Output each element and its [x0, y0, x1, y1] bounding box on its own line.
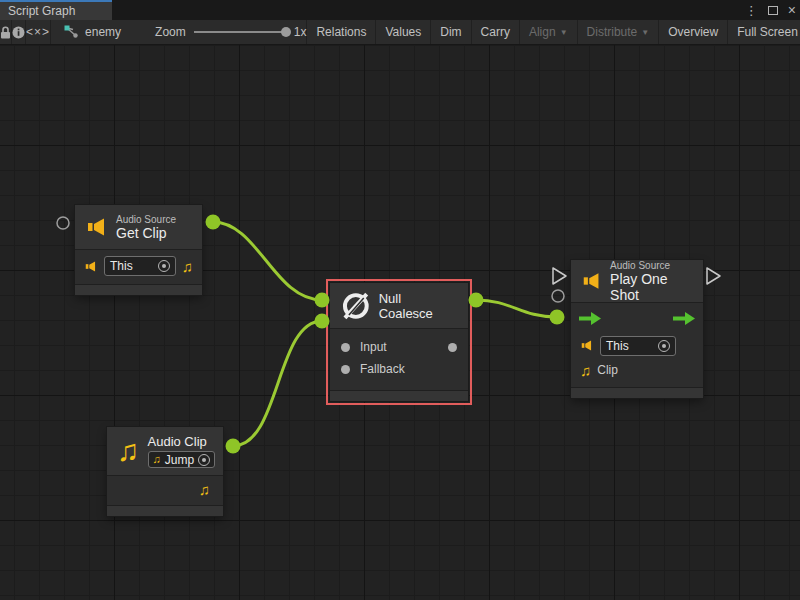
node-category: Audio Source [610, 260, 693, 271]
graph-icon [64, 25, 79, 39]
graph-toolbar: <×> enemy Zoom 1x Relations Values Dim C… [0, 20, 800, 45]
wire-getclip-to-input[interactable] [213, 222, 322, 300]
node-null-coalesce[interactable]: Null Coalesce Input Fallback [330, 283, 468, 401]
toolbar-button-relations[interactable]: Relations [307, 20, 376, 44]
fallback-label: Fallback [360, 362, 405, 376]
node-title: Audio Clip [148, 434, 216, 449]
zoom-label: Zoom [155, 25, 186, 39]
node-title: Play One Shot [610, 271, 693, 303]
audio-clip-port-icon[interactable]: ♫ [199, 482, 210, 497]
null-coalesce-icon [340, 290, 372, 322]
flow-row [571, 303, 703, 334]
connected-port-dot[interactable] [550, 310, 565, 325]
info-icon [12, 26, 25, 39]
node-get-clip[interactable]: Audio Source Get Clip This ♫ [75, 205, 202, 295]
graph-info-segment: enemy Zoom 1x [51, 20, 307, 44]
node-footer [330, 390, 468, 401]
output-row: ♫ [107, 476, 223, 503]
audio-source-mini-icon [580, 339, 594, 352]
toolbar-button-carry[interactable]: Carry [472, 20, 520, 44]
chevron-down-icon: ▼ [560, 28, 568, 37]
toolbar-button-overview[interactable]: Overview [659, 20, 728, 44]
zoom-slider-thumb[interactable] [281, 27, 291, 37]
wire-audioclip-to-fallback[interactable] [233, 321, 322, 446]
more-menu-icon[interactable]: ⋮ [745, 4, 758, 17]
clip-label: Clip [597, 363, 618, 377]
audio-source-mini-icon [84, 260, 98, 273]
unconnected-value-port[interactable] [552, 290, 564, 302]
zoom-control: Zoom 1x [155, 25, 306, 39]
audio-clip-object-field[interactable]: ♫ Jump [148, 451, 216, 468]
node-footer [107, 505, 223, 516]
node-footer [75, 284, 202, 295]
tab-script-graph[interactable]: Script Graph [0, 0, 112, 20]
node-title: Null Coalesce [379, 291, 458, 321]
node-category: Audio Source [116, 214, 176, 225]
node-play-one-shot[interactable]: Audio Source Play One Shot [571, 260, 703, 398]
toolbar-button-distribute[interactable]: Distribute ▼ [578, 20, 660, 44]
flow-out-arrow-icon[interactable] [673, 312, 695, 325]
script-graph-window: Script Graph ⋮ × <×> [0, 0, 800, 600]
connected-port-dot[interactable] [206, 215, 221, 230]
port-row-this: This ♫ [75, 250, 202, 282]
this-object-field[interactable]: This [600, 336, 676, 356]
maximize-icon[interactable] [768, 6, 778, 15]
distribute-label: Distribute [587, 25, 638, 39]
unconnected-flow-in-port[interactable] [553, 268, 566, 284]
input-label: Input [360, 340, 387, 354]
node-body: This ♫ Clip [571, 303, 703, 385]
graph-name: enemy [85, 25, 121, 39]
port-row-clip: ♫ Clip [571, 357, 703, 383]
selection-outline: Null Coalesce Input Fallback [326, 279, 472, 405]
toolbar-button-fullscreen[interactable]: Full Screen [728, 20, 800, 44]
audio-clip-port-icon[interactable]: ♫ [182, 259, 193, 274]
this-object-field[interactable]: This [104, 256, 176, 276]
node-header: Audio Source Get Clip [75, 205, 202, 250]
audio-clip-mini-icon: ♫ [153, 454, 161, 465]
output-port[interactable] [448, 343, 457, 352]
wire-output-to-clip[interactable] [476, 300, 557, 317]
node-header: Null Coalesce [330, 283, 468, 329]
audio-clip-port-icon[interactable]: ♫ [580, 363, 591, 378]
unconnected-value-port[interactable] [57, 217, 69, 229]
port-row-this: This [571, 334, 703, 357]
toolbar-button-dim[interactable]: Dim [431, 20, 471, 44]
code-icon: <×> [26, 25, 50, 39]
graph-canvas[interactable]: Audio Source Get Clip This ♫ [0, 45, 800, 600]
info-button[interactable] [12, 20, 26, 44]
clip-value: Jump [165, 453, 194, 467]
input-port[interactable] [341, 343, 350, 352]
audio-clip-icon: ♫ [117, 436, 140, 466]
object-picker-icon[interactable] [658, 340, 670, 352]
port-row-input: Input [330, 336, 468, 358]
code-preview-button[interactable]: <×> [26, 20, 51, 44]
lock-icon [0, 26, 11, 39]
zoom-value: 1x [294, 25, 307, 39]
toolbar-button-align[interactable]: Align ▼ [520, 20, 578, 44]
unconnected-flow-out-port[interactable] [707, 268, 720, 284]
window-controls: ⋮ × [745, 0, 796, 20]
this-value: This [110, 259, 133, 273]
node-title: Get Clip [116, 225, 176, 241]
node-footer [571, 387, 703, 398]
audio-source-icon [85, 216, 109, 238]
toolbar-button-values[interactable]: Values [376, 20, 431, 44]
align-label: Align [529, 25, 556, 39]
node-audio-clip[interactable]: ♫ Audio Clip ♫ Jump ♫ [107, 427, 223, 516]
chevron-down-icon: ▼ [641, 28, 649, 37]
lock-button[interactable] [0, 20, 12, 44]
node-header: Audio Source Play One Shot [571, 260, 703, 303]
audio-source-icon [581, 270, 603, 292]
zoom-slider[interactable] [194, 31, 286, 33]
node-header: ♫ Audio Clip ♫ Jump [107, 427, 223, 476]
tab-label: Script Graph [8, 4, 75, 18]
this-value: This [606, 339, 629, 353]
tab-bar: Script Graph ⋮ × [0, 0, 800, 20]
object-picker-icon[interactable] [198, 454, 210, 466]
fallback-port[interactable] [341, 365, 350, 374]
close-icon[interactable]: × [788, 3, 796, 17]
object-picker-icon[interactable] [158, 260, 170, 272]
port-row-fallback: Fallback [330, 358, 468, 380]
flow-in-arrow-icon[interactable] [579, 312, 601, 325]
connected-port-dot[interactable] [226, 439, 241, 454]
